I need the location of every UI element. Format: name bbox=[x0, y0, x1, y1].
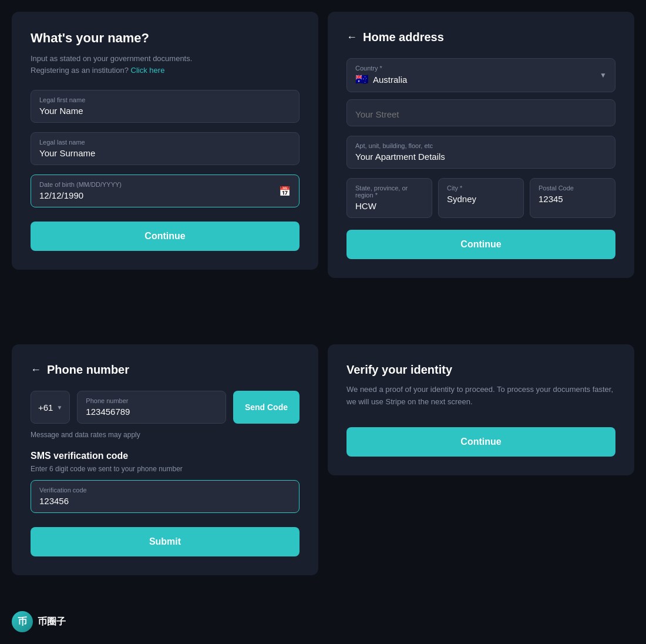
sms-section-sub: Enter 6 digit code we sent to your phone… bbox=[31, 465, 300, 473]
logo-symbol: 币 bbox=[18, 616, 27, 628]
address-panel: ← Home address Country * 🇦🇺 Australia ▼ … bbox=[328, 12, 634, 278]
phone-panel: ← Phone number +61 ▼ Phone number Send C… bbox=[12, 344, 318, 575]
legal-last-name-label: Legal last name bbox=[39, 139, 291, 146]
city-input[interactable] bbox=[447, 194, 515, 204]
phone-back-header: ← Phone number bbox=[31, 363, 300, 377]
verify-panel-title: Verify your identity bbox=[346, 363, 615, 377]
legal-last-name-field[interactable]: Legal last name bbox=[31, 132, 300, 165]
name-panel: What's your name? Input as stated on you… bbox=[12, 12, 318, 270]
legal-first-name-field[interactable]: Legal first name bbox=[31, 90, 300, 123]
country-label: Country * bbox=[355, 65, 407, 72]
country-select[interactable]: Country * 🇦🇺 Australia ▼ bbox=[346, 58, 615, 92]
state-input[interactable] bbox=[355, 201, 423, 211]
street-group bbox=[346, 99, 615, 126]
logo-text: 币圈子 bbox=[38, 616, 66, 628]
verification-field[interactable]: Verification code bbox=[31, 480, 300, 513]
chevron-down-icon: ▼ bbox=[600, 71, 607, 79]
verification-input[interactable] bbox=[39, 496, 291, 506]
logo-area: 币 币圈子 bbox=[12, 611, 66, 632]
phone-input-row: +61 ▼ Phone number Send Code bbox=[31, 391, 300, 424]
postal-field[interactable]: Postal Code bbox=[530, 178, 615, 218]
verification-label: Verification code bbox=[39, 487, 291, 494]
city-field[interactable]: City * bbox=[438, 178, 524, 218]
address-row: State, province, or region * City * Post… bbox=[346, 178, 615, 218]
phone-number-input[interactable] bbox=[86, 407, 217, 417]
calendar-icon: 📅 bbox=[279, 186, 291, 197]
address-continue-button[interactable]: Continue bbox=[346, 230, 615, 259]
sms-section-title: SMS verification code bbox=[31, 451, 300, 461]
dob-group: Date of birth (MM/DD/YYYY) 📅 bbox=[31, 175, 300, 207]
legal-first-name-input[interactable] bbox=[39, 106, 291, 116]
sms-notice: Message and data rates may apply bbox=[31, 431, 300, 439]
address-panel-title: Home address bbox=[363, 31, 444, 44]
phone-panel-title: Phone number bbox=[47, 363, 129, 377]
postal-label: Postal Code bbox=[539, 185, 607, 192]
postal-input[interactable] bbox=[539, 194, 607, 204]
name-panel-subtitle: Input as stated on your government docum… bbox=[31, 53, 300, 76]
legal-first-name-label: Legal first name bbox=[39, 96, 291, 103]
street-input[interactable] bbox=[355, 106, 607, 119]
legal-last-name-group: Legal last name bbox=[31, 132, 300, 165]
state-label: State, province, or region * bbox=[355, 185, 423, 199]
name-panel-title: What's your name? bbox=[31, 31, 300, 46]
back-arrow-icon[interactable]: ← bbox=[346, 31, 357, 43]
dob-input[interactable] bbox=[39, 190, 291, 200]
phone-back-arrow-icon[interactable]: ← bbox=[31, 364, 41, 376]
dob-field[interactable]: Date of birth (MM/DD/YYYY) 📅 bbox=[31, 175, 300, 207]
name-continue-button[interactable]: Continue bbox=[31, 222, 300, 251]
verify-panel: Verify your identity We need a proof of … bbox=[328, 344, 634, 475]
submit-button[interactable]: Submit bbox=[31, 527, 300, 556]
state-field[interactable]: State, province, or region * bbox=[346, 178, 432, 218]
apt-field[interactable]: Apt, unit, building, floor, etc bbox=[346, 136, 615, 169]
apt-label: Apt, unit, building, floor, etc bbox=[355, 142, 607, 149]
apt-input[interactable] bbox=[355, 152, 607, 162]
dob-label: Date of birth (MM/DD/YYYY) bbox=[39, 181, 291, 188]
legal-first-name-group: Legal first name bbox=[31, 90, 300, 123]
country-flag: 🇦🇺 bbox=[355, 73, 368, 86]
country-code-value: +61 bbox=[38, 402, 53, 412]
verification-group: Verification code bbox=[31, 480, 300, 513]
phone-number-label: Phone number bbox=[86, 397, 217, 404]
address-back-header: ← Home address bbox=[346, 31, 615, 44]
verify-panel-subtitle: We need a proof of your identity to proc… bbox=[346, 384, 615, 408]
verify-continue-button[interactable]: Continue bbox=[346, 427, 615, 457]
send-code-button[interactable]: Send Code bbox=[233, 391, 300, 424]
institution-link[interactable]: Click here bbox=[131, 66, 165, 75]
street-field[interactable] bbox=[346, 99, 615, 126]
phone-number-field[interactable]: Phone number bbox=[77, 391, 226, 424]
city-label: City * bbox=[447, 185, 515, 192]
country-name: Australia bbox=[373, 75, 407, 85]
country-code-chevron-icon: ▼ bbox=[56, 404, 62, 411]
apt-group: Apt, unit, building, floor, etc bbox=[346, 136, 615, 169]
legal-last-name-input[interactable] bbox=[39, 148, 291, 158]
country-code-selector[interactable]: +61 ▼ bbox=[31, 391, 70, 424]
logo-circle: 币 bbox=[12, 611, 33, 632]
